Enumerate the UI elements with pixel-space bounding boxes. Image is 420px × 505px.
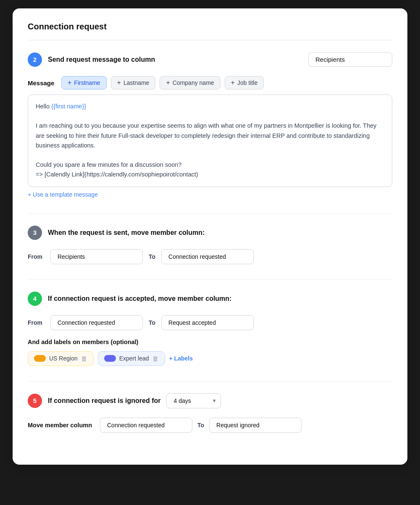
- step5-move-row: Move member column To: [28, 418, 392, 433]
- section-step5: 5 If connection request is ignored for 1…: [28, 393, 392, 433]
- step2-header: 2 Send request message to column: [28, 52, 392, 67]
- section-step3: 3 When the request is sent, move member …: [28, 226, 392, 264]
- add-labels-button[interactable]: + Labels: [169, 355, 193, 362]
- step4-title: If connection request is accepted, move …: [48, 295, 231, 302]
- tag-firstname[interactable]: + Firstname: [61, 76, 107, 89]
- step3-title: When the request is sent, move member co…: [48, 229, 205, 237]
- plus-icon-company: +: [166, 79, 170, 87]
- expert-lead-delete-icon[interactable]: 🗑: [152, 355, 159, 362]
- message-row: Message + Firstname + Lastname + Company…: [28, 76, 392, 89]
- message-cta: Could you spare a few minutes for a disc…: [36, 161, 198, 178]
- step2-badge: 2: [28, 53, 42, 67]
- step5-title: If connection request is ignored for: [48, 397, 160, 405]
- message-box: Hello {{first name}} I am reaching out t…: [28, 95, 392, 187]
- step4-from-label: From: [28, 319, 45, 326]
- tag-company-label: Company name: [173, 79, 214, 86]
- us-region-toggle[interactable]: [34, 355, 46, 362]
- step3-from-label: From: [28, 253, 45, 260]
- step5-to-label: To: [197, 422, 204, 429]
- recipients-input[interactable]: [308, 52, 392, 67]
- step4-header: 4 If connection request is accepted, mov…: [28, 292, 392, 306]
- step4-from-input[interactable]: [50, 315, 143, 330]
- plus-icon-jobtitle: +: [231, 79, 235, 87]
- step4-to-input[interactable]: [161, 315, 254, 330]
- step5-move-label: Move member column: [28, 422, 95, 429]
- section-step2: 2 Send request message to column Message…: [28, 52, 392, 198]
- step5-badge: 5: [28, 394, 42, 408]
- expert-lead-name: Expert lead: [119, 355, 149, 362]
- divider-3-4: [28, 279, 392, 280]
- step3-to-input[interactable]: [161, 249, 254, 264]
- step4-to-label: To: [149, 319, 155, 326]
- label-expert-lead: Expert lead 🗑: [98, 351, 165, 366]
- label-us-region: US Region 🗑: [28, 351, 94, 366]
- step3-from-to-row: From To: [28, 249, 392, 264]
- days-select[interactable]: 1 day 2 days 3 days 4 days 5 days 7 days…: [166, 393, 221, 408]
- tag-jobtitle[interactable]: + Job title: [225, 76, 264, 89]
- step5-to-input[interactable]: [209, 418, 302, 433]
- template-link[interactable]: + Use a template message: [28, 191, 98, 198]
- page-title: Connection request: [28, 22, 392, 40]
- message-body-text: I am reaching out to you because your ex…: [36, 122, 376, 148]
- step3-header: 3 When the request is sent, move member …: [28, 226, 392, 240]
- message-hello: Hello: [36, 103, 51, 110]
- labels-row: US Region 🗑 Expert lead 🗑 + Labels: [28, 351, 392, 366]
- step4-badge: 4: [28, 292, 42, 306]
- step5-from-input[interactable]: [100, 418, 192, 433]
- plus-icon-firstname: +: [68, 79, 71, 87]
- expert-lead-toggle[interactable]: [104, 355, 116, 362]
- step2-title: Send request message to column: [48, 56, 155, 63]
- message-textarea[interactable]: Hello {{first name}} I am reaching out t…: [28, 95, 392, 187]
- step3-from-input[interactable]: [50, 249, 143, 264]
- step3-badge: 3: [28, 226, 42, 240]
- divider-2-3: [28, 213, 392, 214]
- main-card: Connection request 2 Send request messag…: [13, 8, 407, 465]
- optional-label: And add labels on members (optional): [28, 339, 392, 345]
- message-label: Message: [28, 79, 57, 87]
- tag-lastname[interactable]: + Lastname: [111, 76, 156, 89]
- tag-lastname-label: Lastname: [123, 79, 149, 86]
- step2-right: [308, 52, 392, 67]
- divider-4-5: [28, 381, 392, 381]
- us-region-name: US Region: [49, 355, 78, 362]
- message-firstname: {{first name}}: [51, 103, 86, 110]
- tag-company[interactable]: + Company name: [160, 76, 220, 89]
- step4-from-to-row: From To: [28, 315, 392, 330]
- tag-firstname-label: Firstname: [74, 79, 100, 86]
- section-step4: 4 If connection request is accepted, mov…: [28, 292, 392, 366]
- step5-header: 5 If connection request is ignored for 1…: [28, 393, 392, 408]
- plus-icon-lastname: +: [117, 79, 121, 87]
- us-region-delete-icon[interactable]: 🗑: [81, 355, 87, 362]
- step3-to-label: To: [149, 253, 155, 260]
- days-select-wrap: 1 day 2 days 3 days 4 days 5 days 7 days…: [166, 393, 221, 408]
- tag-jobtitle-label: Job title: [237, 79, 257, 86]
